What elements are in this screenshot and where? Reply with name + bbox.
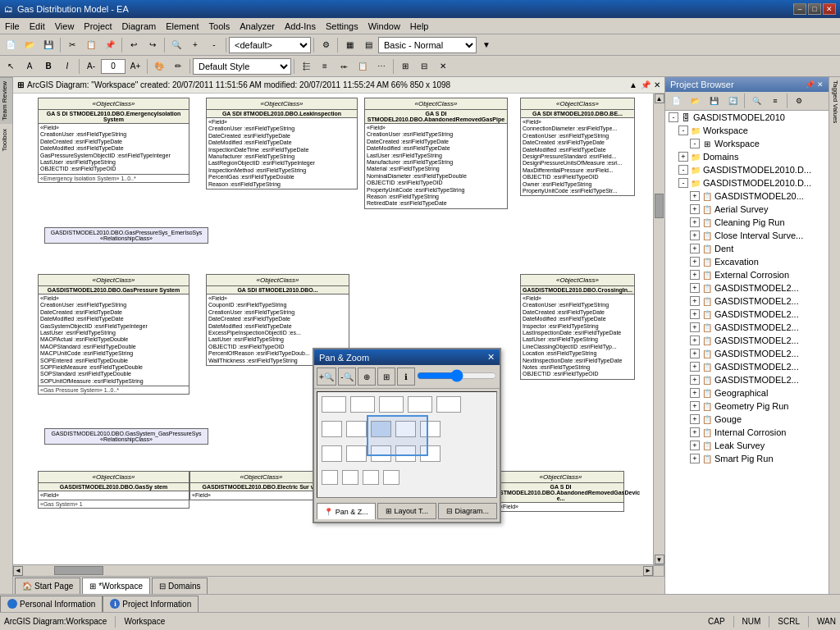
pb-open-btn[interactable]: 📂 (686, 94, 704, 108)
tree-expand-domains[interactable]: + (678, 152, 688, 162)
tree-expand-gdmc[interactable]: + (690, 309, 700, 319)
bold-button[interactable]: B (39, 57, 57, 75)
tree-item-gdm-b[interactable]: + 📋 GASDISTMODEL2... (665, 294, 829, 308)
pz-fit[interactable]: ⊕ (358, 368, 376, 386)
team-review-tab[interactable]: Team Review (0, 77, 12, 124)
menu-window[interactable]: Window (363, 20, 405, 33)
pz-slider[interactable] (417, 369, 497, 382)
tree-item-gdm2[interactable]: - 📁 GASDISTMODEL2010.D... (665, 176, 829, 189)
redo-button[interactable]: ↪ (144, 36, 162, 54)
menu-edit[interactable]: Edit (25, 20, 50, 33)
zoom-out-button[interactable]: - (205, 36, 223, 54)
tree-item-gdm1[interactable]: - 📁 GASDISTMODEL2010.D... (665, 163, 829, 176)
pz-actual[interactable]: ⊞ (377, 368, 395, 386)
menu-tools[interactable]: Tools (204, 20, 235, 33)
menu-help[interactable]: Help (405, 20, 434, 33)
tree-item-internal[interactable]: + 📋 Internal Corrosion (665, 426, 829, 439)
undo-button[interactable]: ↩ (125, 36, 143, 54)
uml-box-electric[interactable]: «ObjectClass» GASDISTMODEL2010.DBO.Elect… (189, 471, 333, 500)
tab-personal-info[interactable]: 👤 Personal Information (0, 596, 103, 612)
tree-expand-gdmg[interactable]: + (690, 362, 700, 372)
italic-button[interactable]: I (58, 57, 76, 75)
tree-item-cleaning[interactable]: + 📋 Cleaning Pig Run (665, 216, 829, 229)
size-down-button[interactable]: A- (82, 57, 100, 75)
scroll-thumb-v[interactable] (655, 194, 664, 218)
pz-zoom-in[interactable]: +🔍 (317, 368, 336, 386)
tree-expand-dent[interactable]: + (690, 244, 700, 253)
tree-expand-geo[interactable]: + (690, 388, 700, 398)
pz-tab-diagram[interactable]: ⊟ Diagram... (438, 503, 497, 519)
more-button[interactable]: ⋯ (372, 57, 390, 75)
tree-expand-excavation[interactable]: + (690, 257, 700, 267)
pan-zoom-canvas[interactable] (317, 391, 497, 498)
tree-expand-ci[interactable]: + (690, 231, 700, 240)
cut-button[interactable]: ✂ (63, 36, 81, 54)
toolbox-tab[interactable]: Toolbox (0, 126, 12, 155)
font-button[interactable]: A (21, 57, 39, 75)
tree-item-gdm-d[interactable]: + 📋 GASDISTMODEL2... (665, 321, 829, 334)
scroll-up-btn[interactable]: ▲ (655, 94, 664, 103)
view-dropdown[interactable]: <default> (229, 37, 311, 53)
tree-expand-gdmb[interactable]: + (690, 296, 700, 306)
zoom-in-button[interactable]: + (186, 36, 204, 54)
tree-item-gdm-h[interactable]: + 📋 GASDISTMODEL2... (665, 373, 829, 386)
tree-item-gdm-f[interactable]: + 📋 GASDISTMODEL2... (665, 347, 829, 360)
save-button[interactable]: 💾 (39, 36, 57, 54)
tab-domains[interactable]: ⊟ Domains (152, 578, 208, 594)
tree-expand-cleaning[interactable]: + (690, 217, 700, 227)
tree-item-domains[interactable]: + 📁 Domains (665, 150, 829, 163)
tree-item-geometry-pig[interactable]: + 📋 Geometry Pig Run (665, 399, 829, 413)
tree-expand-leak[interactable]: + (690, 441, 700, 450)
minimize-button[interactable]: – (793, 3, 806, 15)
pz-zoom-out[interactable]: -🔍 (338, 368, 356, 386)
pb-new-btn[interactable]: 📄 (667, 94, 685, 108)
tagged-values-tab[interactable]: Tagged Values (829, 77, 840, 126)
canvas-scrollbar-h[interactable]: ◄ ► (13, 564, 664, 576)
diagram-close-btn[interactable]: ✕ (654, 80, 660, 89)
font-size-input[interactable] (101, 59, 126, 74)
tree-item-close-interval[interactable]: + 📋 Close Interval Surve... (665, 229, 829, 242)
menu-diagram[interactable]: Diagram (117, 20, 162, 33)
align-center-button[interactable]: ≡ (316, 57, 334, 75)
canvas-scrollbar-v[interactable]: ▲ ▼ (653, 94, 664, 564)
scroll-right-btn[interactable]: ► (643, 566, 653, 576)
menu-view[interactable]: View (50, 20, 80, 33)
copy-button[interactable]: 📋 (82, 36, 100, 54)
tree-expand-sp[interactable]: + (690, 454, 700, 463)
uml-box-gassystem[interactable]: «ObjectClass» GASDISTMODEL2010.DBO.GasSy… (38, 471, 189, 509)
select-button[interactable]: ↖ (2, 57, 20, 75)
tab-workspace[interactable]: ⊞ *Workspace (82, 578, 150, 594)
tree-item-gouge[interactable]: + 📋 Gouge (665, 413, 829, 426)
scroll-thumb-h[interactable] (54, 566, 103, 575)
close-diag-btn[interactable]: ✕ (434, 57, 452, 75)
tree-expand-gdm1[interactable]: - (678, 165, 688, 175)
option-button[interactable]: ⚙ (317, 36, 335, 54)
menu-file[interactable]: File (0, 20, 25, 33)
menu-addins[interactable]: Add-Ins (280, 20, 321, 33)
uml-box-emergency[interactable]: «ObjectClass» GA S DI STMODEL2010.DBO.Em… (38, 98, 189, 183)
tree-expand-gdma[interactable]: + (690, 283, 700, 293)
tree-expand-wd[interactable]: - (690, 139, 700, 148)
tree-item-smart-pig[interactable]: + 📋 Smart Pig Run (665, 452, 829, 465)
pb-settings-btn[interactable]: ⚙ (790, 94, 808, 108)
color-button[interactable]: 🎨 (150, 57, 168, 75)
tree-item-aerial[interactable]: + 📋 Aerial Survey (665, 203, 829, 216)
tree-expand-gouge[interactable]: + (690, 414, 700, 424)
window-controls[interactable]: – □ ✕ (793, 3, 836, 15)
canvas-area[interactable]: «ObjectClass» GA S DI STMODEL2010.DBO.Em… (13, 94, 664, 564)
pz-tab-pan[interactable]: 📍 Pan & Z... (317, 503, 376, 519)
tree-expand-gdmd[interactable]: + (690, 322, 700, 332)
align-right-button[interactable]: ⬰ (335, 57, 353, 75)
view3-button[interactable]: ▤ (359, 36, 377, 54)
pb-pin-btn[interactable]: 📌 (806, 80, 815, 89)
pb-save-btn[interactable]: 💾 (705, 94, 723, 108)
diagram-btn[interactable]: ⊞ (396, 57, 414, 75)
menu-settings[interactable]: Settings (321, 20, 363, 33)
tree-item-gdm-g[interactable]: + 📋 GASDISTMODEL2... (665, 360, 829, 373)
uml-box-4[interactable]: «ObjectClass» GA SDI 8TMODEL2010.DBO.BE.… (520, 98, 635, 196)
maximize-button[interactable]: □ (808, 3, 821, 15)
uml-box-abandoned[interactable]: «ObjectClass» GA S DI STMODEL2010.DBO.Ab… (364, 98, 508, 209)
new-button[interactable]: 📄 (2, 36, 20, 54)
tree-expand-gp[interactable]: + (690, 401, 700, 411)
scroll-down-btn[interactable]: ▼ (655, 555, 664, 564)
